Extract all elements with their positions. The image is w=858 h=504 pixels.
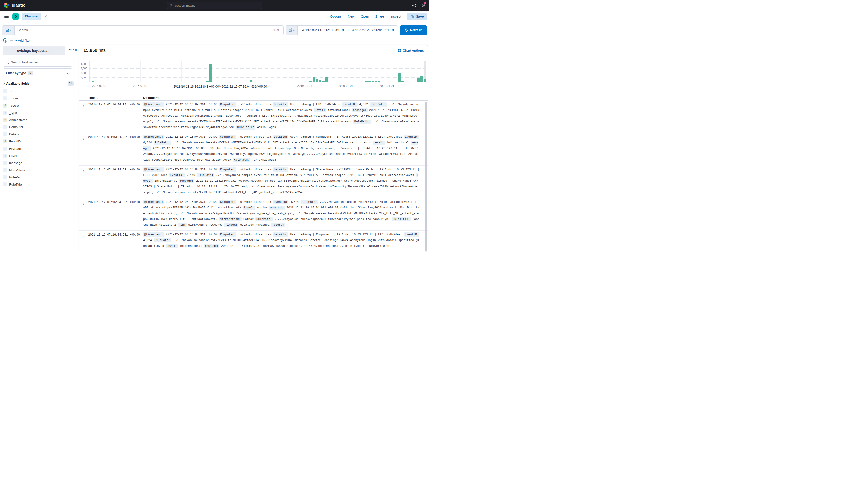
field-item[interactable]: @timestamp: [3, 116, 74, 124]
open-button[interactable]: Open: [361, 15, 369, 18]
histogram-bar[interactable]: [352, 82, 355, 82]
histogram-bar[interactable]: [325, 77, 328, 82]
hits-histogram[interactable]: [89, 61, 426, 82]
expand-row-button[interactable]: [82, 136, 86, 140]
field-item[interactable]: tmessage: [3, 159, 74, 166]
field-item[interactable]: #EventID: [3, 138, 74, 145]
histogram-bar[interactable]: [381, 82, 384, 82]
field-item[interactable]: t_type: [3, 109, 74, 116]
available-fields-header[interactable]: Available fields 14: [3, 81, 74, 86]
expand-row-button[interactable]: [82, 169, 86, 173]
histogram-bar[interactable]: [250, 80, 252, 82]
histogram-bar[interactable]: [417, 78, 420, 82]
histogram-bar[interactable]: [362, 82, 365, 82]
time-column-header[interactable]: Time ↓: [88, 96, 98, 99]
histogram-bar[interactable]: [368, 81, 371, 82]
add-filter-button[interactable]: + Add filter: [15, 39, 31, 42]
scrollbar-thumb[interactable]: [425, 102, 427, 251]
filter-by-type-button[interactable]: Filter by type 0: [3, 68, 72, 78]
table-row[interactable]: 2021-12-12 07:16:04.931 +00:00@timestamp…: [79, 101, 428, 133]
expand-row-button[interactable]: [82, 234, 86, 238]
date-range-end[interactable]: 2021-12-12 07:16:04.931 +0: [351, 28, 394, 32]
accordion-chevron-icon[interactable]: [3, 82, 4, 84]
histogram-bar[interactable]: [371, 81, 374, 82]
histogram-bar[interactable]: [92, 81, 94, 82]
table-row[interactable]: 2021-12-12 07:16:04.931 +00:00@timestamp…: [79, 198, 428, 231]
field-item[interactable]: tMitreAttack: [3, 166, 74, 174]
histogram-bar[interactable]: [240, 82, 243, 82]
histogram-bar[interactable]: [209, 64, 212, 82]
global-search-input[interactable]: Search Elastic: [167, 2, 262, 9]
kql-language-button[interactable]: KQL: [273, 28, 280, 32]
options-button[interactable]: Options: [330, 15, 341, 18]
histogram-bar[interactable]: [344, 82, 347, 82]
histogram-bar[interactable]: [319, 80, 321, 82]
field-search-input[interactable]: Search field names: [3, 58, 72, 67]
histogram-bar[interactable]: [375, 81, 377, 82]
histogram-bar[interactable]: [401, 81, 404, 82]
inspect-button[interactable]: Inspect: [390, 15, 401, 18]
histogram-bar[interactable]: [384, 82, 387, 82]
histogram-bar[interactable]: [359, 82, 361, 82]
histogram-bar[interactable]: [309, 81, 312, 82]
histogram-bar[interactable]: [322, 81, 325, 82]
table-scrollbar[interactable]: [425, 102, 427, 252]
histogram-bar[interactable]: [411, 82, 414, 82]
histogram-bar[interactable]: [306, 82, 309, 82]
collapse-sidebar-icon[interactable]: [73, 48, 77, 52]
save-button[interactable]: Save: [407, 13, 427, 20]
field-item[interactable]: tComputer: [3, 124, 74, 131]
check-icon[interactable]: [44, 15, 47, 18]
histogram-bar[interactable]: [398, 73, 400, 82]
field-item[interactable]: tDetails: [3, 131, 74, 138]
histogram-bar[interactable]: [136, 82, 139, 82]
histogram-bar[interactable]: [355, 82, 358, 82]
field-item[interactable]: tLevel: [3, 152, 74, 159]
date-range-start[interactable]: 2013-10-23 16:16:13.843 +0: [302, 28, 344, 32]
histogram-bar[interactable]: [420, 76, 423, 82]
histogram-bar[interactable]: [338, 82, 341, 82]
field-item[interactable]: t_id: [3, 87, 74, 95]
histogram-bar[interactable]: [341, 82, 344, 82]
sort-descending-icon[interactable]: ↓: [96, 96, 98, 99]
histogram-bar[interactable]: [332, 82, 334, 82]
filter-icon[interactable]: [3, 38, 7, 43]
table-row[interactable]: 2021-12-12 07:16:04.931 +00:00@timestamp…: [79, 133, 428, 166]
menu-icon[interactable]: [4, 15, 9, 18]
field-item[interactable]: tFilePath: [3, 145, 74, 152]
expand-row-button[interactable]: [82, 201, 86, 205]
space-avatar[interactable]: D: [13, 13, 19, 20]
histogram-bar[interactable]: [313, 77, 315, 82]
whats-new-icon[interactable]: [421, 3, 426, 8]
histogram-bar[interactable]: [329, 82, 331, 82]
query-input[interactable]: Search KQL: [2, 25, 284, 35]
histogram-bar[interactable]: [391, 82, 393, 82]
elastic-logo[interactable]: elastic: [3, 2, 25, 9]
histogram-bar[interactable]: [394, 82, 396, 82]
histogram-bar[interactable]: [349, 82, 352, 82]
chart-options-button[interactable]: Chart options: [398, 49, 424, 52]
histogram-bar[interactable]: [378, 81, 380, 82]
field-item[interactable]: tRulePath: [3, 174, 74, 181]
index-pattern-switcher[interactable]: evtxlogs-hayabusa: [3, 46, 65, 55]
refresh-button[interactable]: Refresh: [400, 25, 427, 35]
field-item[interactable]: tRuleTitle: [3, 181, 74, 188]
field-item[interactable]: #_score: [3, 102, 74, 109]
saved-query-menu-button[interactable]: [2, 26, 15, 35]
table-row[interactable]: 2021-12-12 07:16:04.931 +00:00@timestamp…: [79, 166, 428, 198]
breadcrumb[interactable]: Discover: [22, 13, 42, 20]
help-icon[interactable]: [412, 3, 416, 8]
date-picker[interactable]: 2013-10-23 16:16:13.843 +0 → 2021-12-12 …: [286, 25, 398, 35]
field-filter-options-icon[interactable]: [68, 49, 72, 51]
histogram-bar[interactable]: [316, 79, 318, 82]
histogram-bar[interactable]: [335, 82, 337, 82]
histogram-bar[interactable]: [404, 82, 407, 82]
share-button[interactable]: Share: [375, 15, 384, 18]
histogram-bar[interactable]: [365, 81, 368, 82]
field-item[interactable]: t_index: [3, 95, 74, 102]
date-picker-quick-menu[interactable]: [286, 26, 298, 35]
histogram-bar[interactable]: [424, 79, 426, 82]
histogram-bar[interactable]: [206, 81, 209, 82]
histogram-bar[interactable]: [387, 82, 390, 82]
table-row[interactable]: 2021-12-12 07:16:04.931 +00:00@timestamp…: [79, 231, 428, 252]
